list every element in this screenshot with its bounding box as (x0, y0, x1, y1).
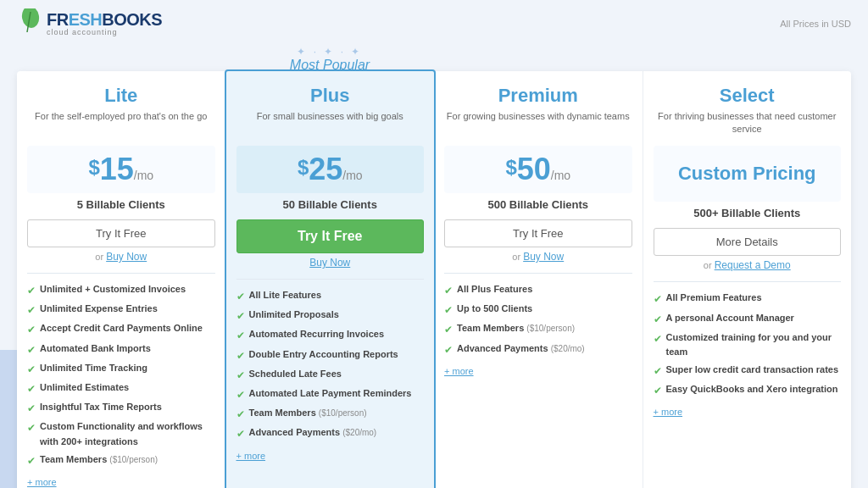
plan-select-features: ✔All Premium Features ✔A personal Accoun… (654, 291, 842, 399)
feature-item: ✔Advanced Payments ($20/mo) (444, 341, 632, 358)
plan-select-name: Select (654, 85, 842, 107)
svg-point-0 (20, 8, 41, 30)
feature-item: ✔Scheduled Late Fees (236, 367, 425, 384)
plan-select-details-button[interactable]: More Details (654, 228, 842, 256)
feature-item: ✔Insightful Tax Time Reports (27, 400, 215, 417)
plan-premium-buy-link[interactable]: Buy Now (523, 251, 564, 263)
plan-select-clients: 500+ Billable Clients (654, 207, 842, 219)
plan-plus-desc: For small businesses with big goals (236, 110, 425, 137)
feature-item: ✔Team Members ($10/person) (444, 321, 632, 338)
plan-select: Select For thriving businesses that need… (643, 71, 852, 488)
plan-select-more-link[interactable]: + more (654, 407, 683, 417)
feature-item: ✔Unlimited + Customized Invoices (27, 282, 215, 299)
feature-item: ✔Custom Functionality and workflows with… (27, 419, 215, 449)
plan-plus-price: $25/mo (236, 154, 425, 185)
feature-item: ✔Unlimited Expense Entries (27, 302, 215, 319)
feature-item: ✔Advanced Payments ($20/mo) (236, 425, 425, 442)
stars-decoration: ✦ · ✦ · ✦ (225, 46, 434, 58)
logo-brand: FRESHBOOKS cloud accounting (47, 11, 162, 36)
plan-lite-features: ✔Unlimited + Customized Invoices ✔Unlimi… (27, 282, 215, 469)
plan-plus-features: ✔All Lite Features ✔Unlimited Proposals … (236, 288, 425, 443)
plan-lite-more-link[interactable]: + more (27, 477, 57, 487)
plan-lite-buy-link[interactable]: Buy Now (106, 251, 147, 263)
plan-plus-try-button[interactable]: Try It Free (236, 219, 425, 253)
plan-lite: Lite For the self-employed pro that's on… (17, 71, 226, 488)
plan-select-desc: For thriving businesses that need custom… (654, 110, 842, 137)
feature-item: ✔Up to 500 Clients (444, 302, 632, 319)
feature-item: ✔Super low credit card transaction rates (654, 363, 842, 380)
plan-premium-or: or Buy Now (444, 251, 632, 263)
feature-item: ✔Team Members ($10/person) (27, 452, 215, 469)
plan-plus-more-link[interactable]: + more (236, 451, 266, 461)
feature-item: ✔All Premium Features (654, 291, 842, 308)
plan-premium-price: $50/mo (444, 154, 632, 185)
plan-premium-try-button[interactable]: Try It Free (444, 219, 632, 247)
header: FRESHBOOKS cloud accounting All Prices i… (17, 8, 851, 39)
plan-premium-name: Premium (444, 85, 632, 107)
plan-plus-buy-link[interactable]: Buy Now (236, 257, 425, 269)
plan-select-demo-link[interactable]: Request a Demo (715, 259, 791, 271)
feature-item: ✔All Lite Features (236, 288, 425, 305)
plan-lite-try-button[interactable]: Try It Free (27, 219, 215, 247)
feature-item: ✔Automated Recurring Invoices (236, 327, 425, 344)
plan-lite-or: or Buy Now (27, 251, 215, 263)
plan-lite-price-section: $15/mo (27, 146, 215, 193)
feature-item: ✔A personal Account Manager (654, 311, 842, 328)
plan-select-custom-pricing: Custom Pricing (654, 163, 842, 185)
plan-premium-more-link[interactable]: + more (444, 366, 474, 376)
feature-item: ✔Unlimited Proposals (236, 308, 425, 324)
plan-select-or: or Request a Demo (654, 259, 842, 271)
plan-plus-price-section: $25/mo (236, 146, 425, 193)
feature-item: ✔Automated Bank Imports (27, 341, 215, 358)
feature-item: ✔Double Entry Accounting Reports (236, 347, 425, 364)
feature-item: ✔Unlimited Estimates (27, 380, 215, 397)
feature-item: ✔All Plus Features (444, 282, 632, 299)
plan-lite-clients: 5 Billable Clients (27, 198, 215, 211)
plan-premium-clients: 500 Billable Clients (444, 198, 632, 211)
plan-premium-features: ✔All Plus Features ✔Up to 500 Clients ✔T… (444, 282, 632, 358)
plan-premium: Premium For growing businesses with dyna… (434, 71, 643, 488)
plan-premium-price-section: $50/mo (444, 146, 632, 193)
plan-select-price-section: Custom Pricing (654, 146, 842, 202)
plan-plus-name: Plus (236, 85, 425, 107)
plan-lite-name: Lite (27, 85, 215, 107)
feature-item: ✔Accept Credit Card Payments Online (27, 321, 215, 338)
freshbooks-leaf-icon (17, 8, 44, 39)
logo-tagline: cloud accounting (47, 28, 162, 36)
plan-lite-desc: For the self-employed pro that's on the … (27, 110, 215, 137)
plan-premium-desc: For growing businesses with dynamic team… (444, 110, 632, 137)
plans-container: Lite For the self-employed pro that's on… (17, 71, 851, 488)
plan-plus-clients: 50 Billable Clients (236, 198, 425, 211)
feature-item: ✔Automated Late Payment Reminders (236, 386, 425, 403)
feature-item: ✔Customized training for you and your te… (654, 330, 842, 360)
feature-item: ✔Unlimited Time Tracking (27, 361, 215, 378)
freshbooks-logo: FRESHBOOKS cloud accounting (17, 8, 162, 39)
feature-item: ✔Team Members ($10/person) (236, 406, 425, 423)
price-label: All Prices in USD (780, 19, 851, 29)
logo-name: FRESHBOOKS (47, 11, 162, 28)
plan-lite-price: $15/mo (27, 154, 215, 185)
feature-item: ✔Easy QuickBooks and Xero integration (654, 382, 842, 399)
plan-plus: Plus For small businesses with big goals… (225, 69, 437, 488)
